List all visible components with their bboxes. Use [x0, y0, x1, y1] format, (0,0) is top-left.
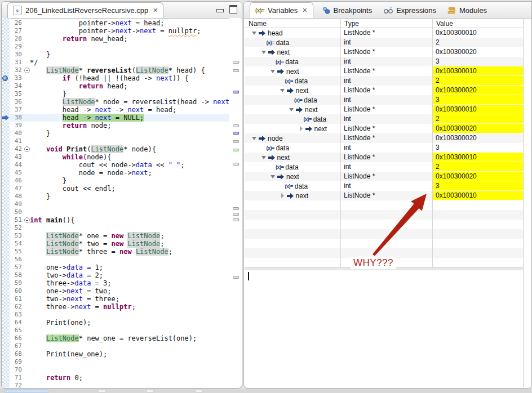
line-annotation[interactable]	[2, 295, 10, 303]
line-annotation[interactable]	[2, 129, 10, 137]
fold-column[interactable]	[24, 106, 30, 114]
fold-column[interactable]	[24, 224, 30, 232]
fold-column[interactable]	[24, 153, 30, 161]
variable-row-data[interactable]: (x)=dataint3	[245, 57, 525, 66]
fold-column[interactable]	[24, 193, 30, 200]
variable-row-next[interactable]: nextListNode *0x100300020	[245, 124, 525, 133]
chevron-expanded-icon[interactable]	[289, 107, 294, 112]
tab-breakpoints[interactable]: Breakpoints	[320, 3, 375, 18]
code-line-55[interactable]: 55 ListNode* three = new ListNode;	[2, 248, 229, 256]
code-line-60[interactable]: 60 one->next = two;	[2, 287, 229, 295]
chevron-expanded-icon[interactable]	[270, 69, 276, 74]
variable-row-data[interactable]: (x)=dataint3	[245, 181, 525, 191]
line-annotation[interactable]	[2, 35, 10, 43]
minimized-view-tab[interactable]	[5, 389, 48, 393]
line-annotation[interactable]	[2, 19, 10, 27]
overview-marker-gray[interactable]	[233, 61, 239, 64]
tab-modules[interactable]: Modules	[445, 3, 489, 18]
line-annotation[interactable]	[2, 82, 10, 90]
line-annotation[interactable]	[2, 122, 10, 129]
line-annotation[interactable]	[2, 200, 10, 208]
overview-marker-gray[interactable]	[233, 140, 239, 143]
fold-column[interactable]	[24, 366, 30, 374]
line-annotation[interactable]	[2, 358, 10, 366]
fold-column[interactable]	[24, 311, 30, 319]
variable-row-next[interactable]: nextListNode *0x100300020	[245, 172, 525, 181]
line-annotation[interactable]	[2, 334, 10, 342]
line-annotation[interactable]	[2, 177, 10, 185]
detail-pane[interactable]	[245, 270, 525, 387]
code-line-41[interactable]: 41	[2, 137, 229, 145]
code-line-50[interactable]: 50	[2, 208, 229, 216]
line-annotation[interactable]	[2, 145, 10, 153]
variable-row-next[interactable]: nextListNode *0x100300010	[245, 153, 525, 162]
variable-row-data[interactable]: (x)=dataint3	[245, 143, 525, 153]
fold-column[interactable]	[24, 66, 30, 74]
overview-marker-gray[interactable]	[233, 163, 239, 166]
variable-row-data[interactable]: (x)=dataint2	[245, 38, 525, 47]
line-annotation[interactable]	[2, 342, 10, 350]
variable-row-head[interactable]: headListNode *0x100300010	[245, 28, 525, 38]
fold-column[interactable]	[24, 200, 30, 208]
fold-column[interactable]	[24, 271, 30, 279]
line-annotation[interactable]	[2, 208, 10, 216]
code-line-39[interactable]: 39 return node;	[2, 122, 229, 129]
variable-row-next[interactable]: nextListNode *0x100300020	[245, 86, 525, 95]
fold-column[interactable]	[24, 342, 30, 350]
code-line-32[interactable]: 32 ListNode* reverseList(ListNode* head)…	[2, 66, 229, 74]
code-line-65[interactable]: 65	[2, 327, 229, 334]
overview-marker-gray[interactable]	[233, 218, 239, 221]
code-line-36[interactable]: 36 ListNode* node = reverseList(head -> …	[2, 98, 229, 106]
fold-column[interactable]	[24, 279, 30, 287]
maximize-icon[interactable]	[229, 5, 237, 14]
code-line-62[interactable]: 62 three->next = nullptr;	[2, 303, 229, 311]
code-line-68[interactable]: 68 Print(new_one);	[2, 350, 229, 358]
fold-column[interactable]	[24, 43, 30, 51]
variable-row-data[interactable]: (x)=dataint2	[245, 162, 525, 172]
line-annotation[interactable]	[2, 224, 10, 232]
variable-row-data[interactable]: (x)=dataint2	[245, 76, 525, 86]
code-line-70[interactable]: 70	[2, 366, 229, 374]
fold-column[interactable]	[24, 114, 30, 122]
fold-column[interactable]	[24, 334, 30, 342]
code-line-27[interactable]: 27 pointer->next->next = nullptr;	[2, 27, 229, 35]
fold-column[interactable]	[24, 161, 30, 169]
line-annotation[interactable]	[2, 185, 10, 193]
line-annotation[interactable]	[2, 350, 10, 358]
line-annotation[interactable]	[2, 90, 10, 98]
line-annotation[interactable]	[2, 327, 10, 334]
line-annotation[interactable]	[2, 27, 10, 35]
fold-column[interactable]	[24, 374, 30, 382]
fold-column[interactable]	[24, 295, 30, 303]
code-line-46[interactable]: 46 }	[2, 177, 229, 185]
column-header-name[interactable]: Name	[245, 20, 340, 28]
fold-column[interactable]	[24, 216, 30, 224]
line-annotation[interactable]	[2, 193, 10, 200]
tab-variables[interactable]: (x)=Variables✕	[250, 2, 313, 18]
line-annotation[interactable]	[2, 137, 10, 145]
code-line-59[interactable]: 59 three->data = 3;	[2, 279, 229, 287]
code-line-63[interactable]: 63	[2, 311, 229, 319]
collapse-icon[interactable]	[24, 146, 30, 152]
chevron-expanded-icon[interactable]	[261, 50, 267, 55]
fold-column[interactable]	[24, 382, 30, 387]
code-line-69[interactable]: 69	[2, 358, 229, 366]
chevron-expanded-icon[interactable]	[261, 155, 267, 160]
overview-marker-gray[interactable]	[233, 69, 239, 72]
code-line-37[interactable]: 37 head -> next -> next = head;	[2, 106, 229, 114]
fold-column[interactable]	[24, 287, 30, 295]
line-annotation[interactable]	[2, 51, 10, 59]
line-annotation[interactable]	[2, 264, 10, 271]
line-annotation[interactable]	[2, 66, 10, 74]
code-line-48[interactable]: 48 }	[2, 193, 229, 200]
code-line-30[interactable]: 30 }	[2, 51, 229, 59]
line-annotation[interactable]	[2, 311, 10, 319]
fold-column[interactable]	[24, 358, 30, 366]
close-icon[interactable]: ✕	[153, 7, 158, 14]
code-line-54[interactable]: 54 ListNode* two = new ListNode;	[2, 240, 229, 248]
code-line-28[interactable]: 28 return new_head;	[2, 35, 229, 43]
line-annotation[interactable]	[2, 153, 10, 161]
fold-column[interactable]	[24, 264, 30, 271]
overview-marker-green[interactable]	[233, 149, 239, 151]
code-line-47[interactable]: 47 cout << endl;	[2, 185, 229, 193]
